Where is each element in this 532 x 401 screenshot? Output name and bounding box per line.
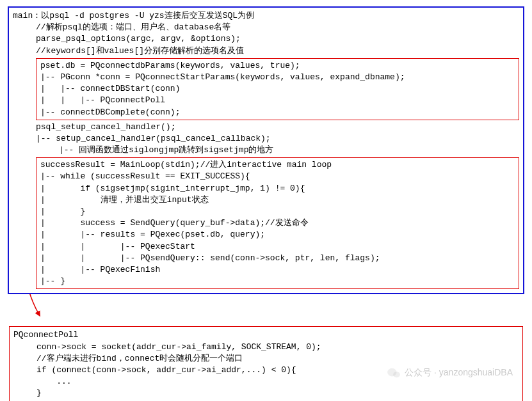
pqconnectpoll-ref: | | |-- PQconnectPoll [40, 95, 515, 106]
cleanup-comment: | 清理，并退出交互input状态 [40, 194, 515, 206]
close-brace-bottom: } [36, 388, 519, 399]
mainloop-call: successResult = MainLoop(stdin);//进入inte… [40, 159, 515, 171]
connectdbcomplete: |-- connectDBComplete(conn); [40, 107, 515, 118]
bind-comment: //客户端未进行bind，connect时会随机分配一个端口 [36, 353, 519, 365]
pqexecfinish: | |-- PQexecFinish [40, 264, 515, 276]
while-loop: |-- while (successResult == EXIT_SUCCESS… [40, 171, 515, 182]
pqconnectstartparams: |-- PGconn *conn = PQconnectStartParams(… [40, 72, 515, 83]
setup-cancel-handler: psql_setup_cancel_handler(); [36, 122, 519, 133]
comment-keywords-values: //keywords[]和values[]分别存储解析的选项名及值 [36, 45, 519, 57]
comment-parse-options: //解析psql的选项：端口、用户名、database名等 [36, 22, 519, 33]
pqexecstart: | | |-- PQexecStart [40, 241, 515, 253]
socket-call: conn->sock = socket(addr_cur->ai_family,… [36, 342, 519, 353]
mainloop-box: successResult = MainLoop(stdin);//进入inte… [36, 157, 519, 289]
main-title: main：以psql -d postgres -U yzs连接后交互发送SQL为… [13, 10, 519, 22]
svg-point-1 [393, 372, 400, 377]
setup-cancel-callback: |-- setup_cancel_handler(psql_cancel_cal… [36, 133, 519, 145]
pqexec: | |-- results = PQexec(pset.db, query); [40, 229, 515, 240]
call-parse-options: parse_psql_options(argc, argv, &options)… [36, 33, 519, 45]
watermark-text: 公众号 · yanzongshuaiDBA [405, 366, 513, 379]
pqconnectpoll-title: PQconnectPoll [13, 329, 519, 341]
close-brace-1: | } [40, 206, 515, 217]
connectdbstart: | |-- connectDBStart(conn) [40, 83, 515, 95]
sigsetjmp: | if (sigsetjmp(sigint_interrupt_jmp, 1)… [40, 183, 515, 194]
pqconnectpoll-detail-box: PQconnectPoll conn->sock = socket(addr_c… [9, 326, 523, 401]
wechat-icon [387, 367, 401, 379]
pqsendquery: | | |-- PQsendQuery:: send(conn->sock, p… [40, 253, 515, 264]
connect-box: pset.db = PQconnectdbParams(keywords, va… [36, 58, 519, 120]
close-brace-2: |-- } [40, 276, 515, 287]
pqconnectdbparams: pset.db = PQconnectdbParams(keywords, va… [40, 60, 515, 72]
watermark: 公众号 · yanzongshuaiDBA [387, 366, 513, 379]
main-diagram-box: main：以psql -d postgres -U yzs连接后交互发送SQL为… [8, 6, 524, 294]
callback-comment: |-- 回调函数通过siglongjmp跳转到sigsetjmp的地方 [59, 145, 519, 156]
sendquery: | success = SendQuery(query_buf->data);/… [40, 217, 515, 229]
